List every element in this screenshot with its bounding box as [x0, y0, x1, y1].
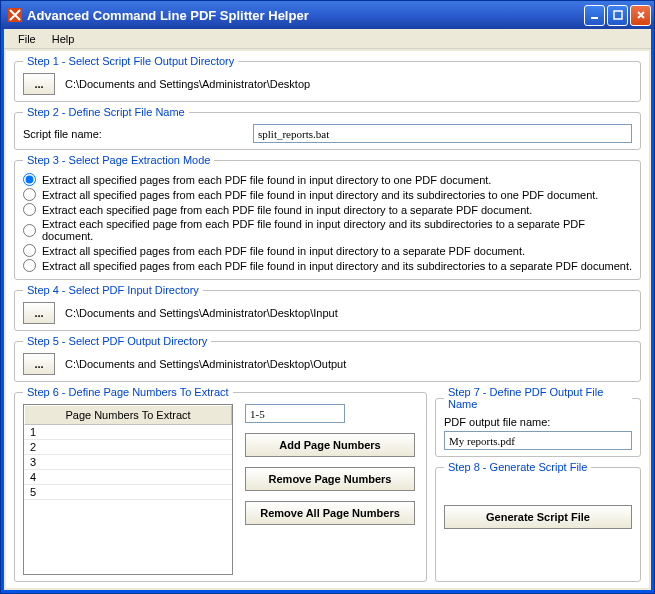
list-item[interactable]: 1	[24, 425, 232, 440]
step4-path: C:\Documents and Settings\Administrator\…	[65, 307, 338, 319]
script-filename-input[interactable]	[253, 124, 632, 143]
titlebar-text: Advanced Command Line PDF Splitter Helpe…	[27, 8, 584, 23]
step4-legend: Step 4 - Select PDF Input Directory	[23, 284, 203, 296]
add-page-numbers-button[interactable]: Add Page Numbers	[245, 433, 415, 457]
maximize-button[interactable]	[607, 5, 628, 26]
extraction-mode-option[interactable]: Extract all specified pages from each PD…	[23, 243, 632, 258]
extraction-mode-option[interactable]: Extract each specified page from each PD…	[23, 202, 632, 217]
minimize-button[interactable]	[584, 5, 605, 26]
step8-group: Step 8 - Generate Script File Generate S…	[435, 461, 641, 582]
step7-group: Step 7 - Define PDF Output File Name PDF…	[435, 386, 641, 457]
list-item[interactable]: 4	[24, 470, 232, 485]
extraction-mode-radio[interactable]	[23, 224, 36, 237]
extraction-mode-radio[interactable]	[23, 244, 36, 257]
step5-browse-button[interactable]: ...	[23, 353, 55, 375]
step7-legend: Step 7 - Define PDF Output File Name	[444, 386, 632, 410]
extraction-mode-option[interactable]: Extract all specified pages from each PD…	[23, 172, 632, 187]
output-filename-input[interactable]	[444, 431, 632, 450]
step1-group: Step 1 - Select Script File Output Direc…	[14, 55, 641, 102]
step3-legend: Step 3 - Select Page Extraction Mode	[23, 154, 214, 166]
extraction-mode-label: Extract each specified page from each PD…	[42, 204, 532, 216]
content: Step 1 - Select Script File Output Direc…	[6, 51, 649, 588]
page-numbers-list[interactable]: Page Numbers To Extract 12345	[23, 404, 233, 575]
page-range-input[interactable]	[245, 404, 345, 423]
extraction-mode-option[interactable]: Extract all specified pages from each PD…	[23, 258, 632, 273]
extraction-mode-label: Extract all specified pages from each PD…	[42, 189, 598, 201]
list-item[interactable]: 5	[24, 485, 232, 500]
extraction-mode-label: Extract each specified page from each PD…	[42, 218, 632, 242]
step1-path: C:\Documents and Settings\Administrator\…	[65, 78, 310, 90]
menubar: File Help	[4, 29, 651, 49]
list-item[interactable]: 2	[24, 440, 232, 455]
step2-legend: Step 2 - Define Script File Name	[23, 106, 189, 118]
step4-browse-button[interactable]: ...	[23, 302, 55, 324]
app-window: Advanced Command Line PDF Splitter Helpe…	[0, 0, 655, 594]
step6-legend: Step 6 - Define Page Numbers To Extract	[23, 386, 233, 398]
extraction-mode-option[interactable]: Extract all specified pages from each PD…	[23, 187, 632, 202]
extraction-mode-radio[interactable]	[23, 203, 36, 216]
bottom-row: Step 6 - Define Page Numbers To Extract …	[14, 386, 641, 582]
menu-file[interactable]: File	[10, 31, 44, 47]
client-area: File Help Step 1 - Select Script File Ou…	[1, 29, 654, 593]
extraction-mode-option[interactable]: Extract each specified page from each PD…	[23, 217, 632, 243]
generate-script-button[interactable]: Generate Script File	[444, 505, 632, 529]
extraction-mode-radio[interactable]	[23, 188, 36, 201]
extraction-mode-label: Extract all specified pages from each PD…	[42, 174, 491, 186]
step8-legend: Step 8 - Generate Script File	[444, 461, 591, 473]
titlebar: Advanced Command Line PDF Splitter Helpe…	[1, 1, 654, 29]
window-buttons	[584, 5, 651, 26]
list-header: Page Numbers To Extract	[24, 405, 232, 425]
extraction-mode-radio[interactable]	[23, 259, 36, 272]
step2-group: Step 2 - Define Script File Name Script …	[14, 106, 641, 150]
list-item[interactable]: 3	[24, 455, 232, 470]
step4-group: Step 4 - Select PDF Input Directory ... …	[14, 284, 641, 331]
svg-rect-2	[614, 11, 622, 19]
remove-all-page-numbers-button[interactable]: Remove All Page Numbers	[245, 501, 415, 525]
close-button[interactable]	[630, 5, 651, 26]
remove-page-numbers-button[interactable]: Remove Page Numbers	[245, 467, 415, 491]
extraction-mode-label: Extract all specified pages from each PD…	[42, 260, 632, 272]
step7-label: PDF output file name:	[444, 416, 632, 428]
step1-browse-button[interactable]: ...	[23, 73, 55, 95]
step2-label: Script file name:	[23, 128, 243, 140]
app-icon	[7, 7, 23, 23]
extraction-mode-radio[interactable]	[23, 173, 36, 186]
step6-group: Step 6 - Define Page Numbers To Extract …	[14, 386, 427, 582]
step5-legend: Step 5 - Select PDF Output Directory	[23, 335, 211, 347]
step1-legend: Step 1 - Select Script File Output Direc…	[23, 55, 238, 67]
step5-group: Step 5 - Select PDF Output Directory ...…	[14, 335, 641, 382]
menu-help[interactable]: Help	[44, 31, 83, 47]
extraction-mode-label: Extract all specified pages from each PD…	[42, 245, 525, 257]
step3-group: Step 3 - Select Page Extraction Mode Ext…	[14, 154, 641, 280]
step5-path: C:\Documents and Settings\Administrator\…	[65, 358, 346, 370]
